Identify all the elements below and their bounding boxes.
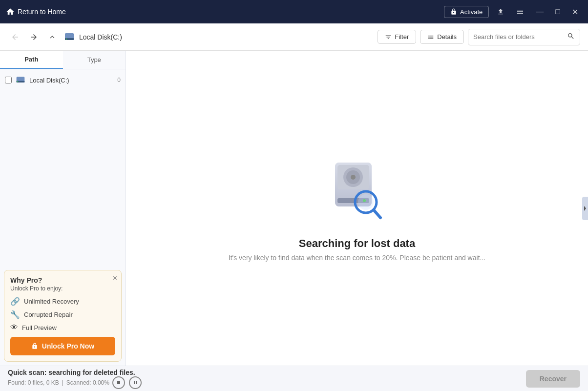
tree-item-local-disk[interactable]: Local Disk(C:) 0	[0, 71, 126, 89]
pro-panel-title: Why Pro?	[10, 276, 115, 284]
tree-item-count: 0	[117, 77, 121, 83]
panel-tabs: Path Type	[0, 51, 126, 69]
corrupted-icon: 🔧	[10, 310, 20, 319]
stop-icon	[116, 380, 121, 385]
upload-button[interactable]	[493, 6, 508, 18]
breadcrumb-label: Local Disk(C:)	[79, 33, 122, 41]
search-button[interactable]	[562, 29, 580, 45]
tab-path[interactable]: Path	[0, 51, 63, 69]
searching-subtitle: It's very likely to find data when the s…	[229, 254, 485, 262]
pro-feature-preview: 👁 Full Preview	[10, 323, 115, 332]
back-icon	[11, 33, 20, 41]
forward-icon	[29, 33, 38, 41]
navbar: Local Disk(C:) Filter Details	[0, 23, 588, 51]
filter-button[interactable]: Filter	[378, 30, 416, 44]
tab-type[interactable]: Type	[63, 51, 126, 69]
statusbar-info: Quick scan: searching for deleted files.…	[8, 369, 520, 389]
pro-panel-subtitle: Unlock Pro to enjoy:	[10, 285, 115, 292]
lock-icon	[450, 8, 457, 15]
svg-point-11	[351, 175, 356, 180]
preview-label: Full Preview	[22, 324, 57, 331]
separator: |	[62, 379, 63, 386]
main-layout: Path Type Local Disk(C:) 0 × Why Pro? Un…	[0, 51, 588, 366]
pause-icon	[133, 380, 138, 385]
stop-button[interactable]	[112, 376, 125, 389]
collapse-chevron-icon	[583, 204, 587, 213]
titlebar: Return to Home Activate — □ ✕	[0, 0, 588, 23]
breadcrumb: Local Disk(C:)	[63, 31, 374, 43]
up-icon	[48, 33, 57, 41]
forward-button[interactable]	[26, 30, 41, 44]
left-panel: Path Type Local Disk(C:) 0 × Why Pro? Un…	[0, 51, 126, 366]
pro-panel-close-button[interactable]: ×	[113, 274, 117, 282]
unlimited-icon: 🔗	[10, 297, 20, 306]
pro-panel: × Why Pro? Unlock Pro to enjoy: 🔗 Unlimi…	[4, 270, 122, 362]
searching-title: Searching for lost data	[299, 237, 415, 250]
svg-rect-18	[134, 381, 135, 384]
main-content: Searching for lost data It's very likely…	[126, 51, 588, 366]
menu-icon	[516, 8, 524, 16]
scan-status-label: Quick scan: searching for deleted files.	[8, 369, 520, 376]
collapse-handle[interactable]	[582, 197, 588, 220]
minimize-button[interactable]: —	[532, 5, 547, 18]
search-box	[468, 29, 580, 45]
details-icon	[427, 34, 434, 41]
menu-button[interactable]	[512, 6, 528, 18]
unlimited-label: Unlimited Recovery	[24, 298, 79, 305]
unlock-label: Unlock Pro Now	[42, 342, 94, 350]
home-icon	[6, 7, 15, 16]
lock-unlock-icon	[31, 343, 38, 350]
svg-point-15	[358, 194, 374, 210]
home-button[interactable]: Return to Home	[6, 7, 444, 16]
disk-breadcrumb-icon	[63, 31, 75, 43]
statusbar: Quick scan: searching for deleted files.…	[0, 366, 588, 391]
svg-line-16	[374, 210, 380, 218]
file-tree: Local Disk(C:) 0	[0, 69, 126, 266]
up-button[interactable]	[45, 30, 60, 44]
search-icon	[567, 32, 575, 40]
close-button[interactable]: ✕	[568, 5, 582, 19]
local-disk-icon	[16, 75, 25, 85]
filter-icon	[385, 34, 392, 41]
details-button[interactable]: Details	[420, 30, 464, 44]
activate-button[interactable]: Activate	[444, 6, 489, 18]
pause-button[interactable]	[129, 376, 142, 389]
recover-button[interactable]: Recover	[526, 370, 580, 388]
scanned-label: Scanned: 0.00%	[66, 379, 109, 386]
details-label: Details	[437, 33, 457, 41]
svg-rect-19	[136, 381, 137, 384]
svg-point-2	[66, 39, 67, 40]
scan-illustration	[323, 155, 391, 226]
home-label: Return to Home	[18, 8, 66, 16]
search-input[interactable]	[468, 30, 562, 43]
maximize-button[interactable]: □	[551, 5, 564, 18]
unlock-pro-button[interactable]: Unlock Pro Now	[10, 337, 115, 355]
filter-label: Filter	[395, 33, 409, 41]
tree-item-checkbox[interactable]	[5, 77, 12, 83]
scan-controls	[112, 376, 142, 389]
pro-feature-unlimited: 🔗 Unlimited Recovery	[10, 297, 115, 306]
preview-icon: 👁	[10, 323, 18, 332]
back-button[interactable]	[8, 30, 22, 44]
hdd-scan-svg	[323, 155, 391, 224]
pro-feature-corrupted: 🔧 Corrupted Repair	[10, 310, 115, 319]
svg-point-5	[17, 81, 18, 82]
svg-rect-17	[117, 381, 120, 384]
upload-icon	[497, 8, 504, 16]
found-label: Found: 0 files, 0 KB	[8, 379, 59, 386]
corrupted-label: Corrupted Repair	[24, 311, 73, 318]
activate-label: Activate	[460, 8, 483, 16]
tree-item-label: Local Disk(C:)	[29, 77, 69, 84]
